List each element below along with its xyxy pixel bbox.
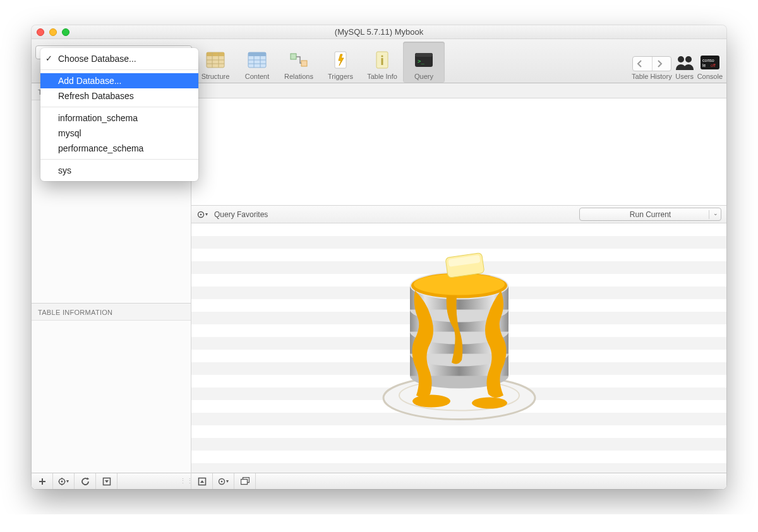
dropdown-db-item[interactable]: performance_schema bbox=[40, 141, 198, 156]
chevron-down-icon: ⌄ bbox=[709, 210, 718, 219]
dropdown-separator bbox=[40, 69, 198, 70]
svg-point-29 bbox=[61, 480, 63, 482]
query-icon: >_ bbox=[414, 50, 434, 70]
dropdown-label: Choose Database... bbox=[58, 54, 136, 64]
query-tabstrip[interactable] bbox=[191, 83, 726, 98]
svg-rect-64 bbox=[241, 480, 247, 485]
titlebar: (MySQL 5.7.11) Mybook bbox=[32, 25, 726, 39]
svg-text:le: le bbox=[702, 63, 706, 68]
svg-rect-13 bbox=[301, 61, 307, 66]
console-icon: consoleoff bbox=[700, 52, 720, 73]
history-back-button[interactable] bbox=[633, 57, 652, 71]
svg-point-23 bbox=[685, 56, 692, 62]
svg-marker-37 bbox=[105, 480, 109, 483]
tab-relations[interactable]: Relations bbox=[278, 42, 320, 83]
query-editor[interactable] bbox=[191, 98, 726, 206]
tab-label: Relations bbox=[284, 73, 313, 80]
main: Query Favorites Run Current ⌄ bbox=[191, 83, 726, 489]
svg-rect-18 bbox=[382, 58, 383, 65]
tab-structure[interactable]: Structure bbox=[195, 42, 236, 83]
console-label: Console bbox=[697, 73, 723, 80]
svg-marker-40 bbox=[205, 213, 208, 216]
tab-query[interactable]: >_ Query bbox=[403, 42, 445, 83]
dropdown-db-item[interactable]: mysql bbox=[40, 126, 198, 141]
svg-text:off: off bbox=[711, 63, 716, 68]
dropdown-label: sys bbox=[58, 165, 71, 175]
users-label: Users bbox=[675, 73, 694, 80]
svg-point-22 bbox=[678, 56, 684, 62]
svg-marker-35 bbox=[87, 477, 89, 480]
dropdown-db-item[interactable]: information_schema bbox=[40, 110, 198, 126]
sidebar-info: TABLE INFORMATION bbox=[32, 303, 191, 473]
refresh-button[interactable] bbox=[75, 473, 96, 489]
check-icon: ✓ bbox=[45, 54, 52, 63]
svg-point-17 bbox=[381, 55, 383, 57]
dropdown-add-database[interactable]: Add Database... bbox=[40, 73, 198, 88]
toolbar-right: Table History Users consoleoff Console bbox=[632, 42, 723, 83]
content-icon bbox=[247, 50, 267, 70]
dropdown-label: mysql bbox=[58, 128, 81, 138]
query-gear-button[interactable] bbox=[196, 208, 209, 221]
app-window: (MySQL 5.7.11) Mybook Structure Content bbox=[32, 25, 726, 489]
dropdown-label: Refresh Databases bbox=[58, 91, 134, 101]
windows-button[interactable] bbox=[234, 473, 256, 489]
dropdown-label: information_schema bbox=[58, 113, 138, 123]
svg-rect-12 bbox=[291, 54, 296, 59]
tab-triggers[interactable]: Triggers bbox=[320, 42, 361, 83]
resize-grip[interactable]: ⋮⋮ bbox=[182, 473, 191, 489]
view-tabs: Structure Content Relations Triggers bbox=[195, 42, 445, 83]
history-forward-button[interactable] bbox=[652, 57, 671, 71]
database-dropdown: ✓ Choose Database... Add Database... Ref… bbox=[40, 48, 198, 181]
svg-rect-20 bbox=[415, 53, 433, 57]
dropdown-separator bbox=[40, 159, 198, 160]
table-info-header: TABLE INFORMATION bbox=[32, 304, 191, 321]
svg-rect-1 bbox=[207, 52, 224, 56]
info-icon bbox=[372, 50, 392, 70]
expand-results-button[interactable] bbox=[191, 473, 213, 489]
query-favorites-label[interactable]: Query Favorites bbox=[214, 210, 268, 219]
results-gear-button[interactable] bbox=[213, 473, 234, 489]
dropdown-db-item[interactable]: sys bbox=[40, 163, 198, 178]
add-button[interactable] bbox=[32, 473, 53, 489]
triggers-icon bbox=[330, 50, 351, 70]
history-label: Table History bbox=[632, 73, 672, 80]
query-bar: Query Favorites Run Current ⌄ bbox=[191, 206, 726, 223]
svg-marker-34 bbox=[66, 480, 69, 483]
tab-label: Triggers bbox=[328, 73, 353, 80]
dropdown-choose[interactable]: ✓ Choose Database... bbox=[40, 51, 198, 66]
sidebar-bottombar: ⋮⋮ bbox=[32, 473, 191, 489]
tab-label: Query bbox=[414, 73, 433, 80]
tab-label: Table Info bbox=[367, 73, 397, 80]
users-button[interactable]: Users bbox=[675, 52, 695, 80]
gear-dropdown-button[interactable] bbox=[53, 473, 75, 489]
users-icon bbox=[675, 52, 695, 73]
app-logo bbox=[371, 227, 548, 435]
tab-label: Content bbox=[245, 73, 270, 80]
svg-point-39 bbox=[200, 213, 202, 215]
svg-marker-59 bbox=[200, 480, 204, 483]
dropdown-refresh[interactable]: Refresh Databases bbox=[40, 88, 198, 103]
relations-icon bbox=[289, 50, 309, 70]
history-buttons bbox=[632, 56, 671, 71]
svg-marker-62 bbox=[226, 480, 229, 483]
table-history: Table History bbox=[632, 56, 672, 80]
tab-label: Structure bbox=[202, 73, 230, 80]
svg-text:conso: conso bbox=[702, 58, 714, 62]
tab-content[interactable]: Content bbox=[236, 42, 278, 83]
results-area bbox=[191, 223, 726, 473]
svg-point-54 bbox=[412, 394, 450, 407]
console-button[interactable]: consoleoff Console bbox=[697, 52, 723, 80]
dropdown-label: performance_schema bbox=[58, 143, 143, 153]
dropdown-separator bbox=[40, 107, 198, 107]
svg-point-53 bbox=[414, 273, 505, 295]
svg-text:>_: >_ bbox=[418, 58, 424, 64]
run-query-button[interactable]: Run Current ⌄ bbox=[579, 208, 721, 221]
collapse-button[interactable] bbox=[96, 473, 117, 489]
dropdown-label: Add Database... bbox=[58, 76, 121, 86]
tab-table-info[interactable]: Table Info bbox=[361, 42, 403, 83]
run-label: Run Current bbox=[630, 210, 671, 219]
window-title: (MySQL 5.7.11) Mybook bbox=[32, 27, 726, 37]
svg-point-55 bbox=[472, 397, 507, 408]
svg-rect-7 bbox=[248, 52, 266, 56]
svg-point-61 bbox=[220, 480, 222, 482]
